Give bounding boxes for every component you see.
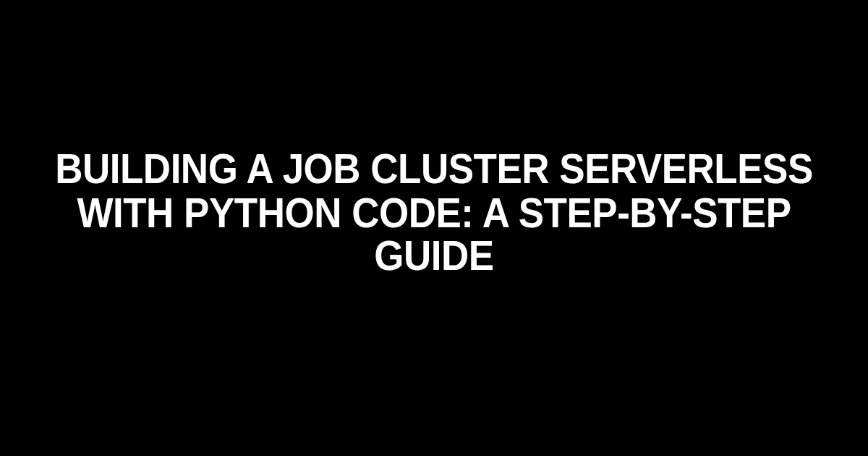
- page-title: Building a Job Cluster Serverless with P…: [0, 147, 868, 277]
